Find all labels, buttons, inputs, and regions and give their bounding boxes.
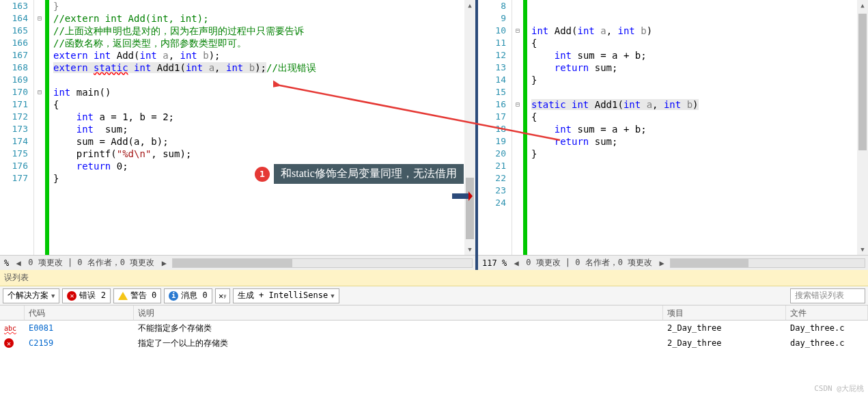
left-hscroll[interactable]: [172, 258, 473, 268]
scroll-thumb[interactable]: [466, 178, 474, 239]
left-editor-pane: 1631641651661671681691701711721731741751…: [0, 0, 478, 270]
right-hscroll[interactable]: [670, 258, 865, 268]
hscroll-thumb[interactable]: [173, 259, 292, 267]
dropdown-label: 生成 + IntelliSense: [238, 290, 328, 301]
warnings-filter-button[interactable]: 警告 0: [113, 288, 161, 303]
col-project[interactable]: 项目: [663, 305, 786, 320]
error-list-toolbar: 个解决方案 ▼ ✕ 错误 2 警告 0 i 消息 0 ✕y 生成 + Intel…: [0, 286, 868, 305]
warning-icon: [118, 292, 128, 300]
col-icon[interactable]: [0, 305, 25, 320]
right-line-gutter: 89101112131415161718192021222324: [478, 0, 512, 255]
annotation-badge: 1: [255, 167, 270, 182]
error-row[interactable]: abcE0081不能指定多个存储类2_Day_threeDay_three.c: [0, 321, 868, 336]
left-vscroll[interactable]: ▲ ▼: [464, 0, 475, 255]
chevron-down-icon: ▼: [51, 292, 55, 299]
annotation-text: 和static修饰全局变量同理，无法借用: [274, 164, 464, 184]
nav-right-icon[interactable]: ▶: [158, 258, 169, 268]
warnings-count: 警告 0: [130, 290, 156, 301]
error-grid-header: 代码 说明 项目 文件: [0, 305, 868, 321]
scroll-down-icon[interactable]: ▼: [857, 244, 868, 255]
error-icon: ✕: [67, 291, 76, 301]
messages-count: 消息 0: [181, 290, 207, 301]
left-status-bar: % ◀ 0 项更改 | 0 名作者，0 项更改 ▶: [0, 255, 475, 270]
dropdown-label: 个解决方案: [8, 290, 48, 301]
annotation-overlay: 1 和static修饰全局变量同理，无法借用: [255, 164, 464, 184]
changes-text: 0 项更改 | 0 名作者，0 项更改: [24, 257, 158, 269]
scroll-up-icon[interactable]: ▲: [857, 0, 868, 11]
zoom-level[interactable]: %: [0, 258, 13, 268]
info-icon: i: [169, 291, 178, 301]
right-code-content[interactable]: int Add(int a, int b){ int sum = a + b; …: [527, 0, 868, 255]
nav-left-icon[interactable]: ◀: [511, 258, 522, 268]
nav-left-icon[interactable]: ◀: [13, 258, 24, 268]
clear-filter-button[interactable]: ✕y: [215, 288, 230, 303]
scroll-down-icon[interactable]: ▼: [464, 244, 475, 255]
build-intellisense-dropdown[interactable]: 生成 + IntelliSense ▼: [233, 288, 339, 303]
messages-filter-button[interactable]: i 消息 0: [164, 288, 212, 303]
splitter-handle[interactable]: [452, 193, 468, 199]
error-rows-container: abcE0081不能指定多个存储类2_Day_threeDay_three.c✕…: [0, 321, 868, 351]
right-code-area[interactable]: 89101112131415161718192021222324 ⊟⊟ int …: [478, 0, 868, 255]
chevron-down-icon: ▼: [331, 292, 334, 299]
error-row[interactable]: ✕C2159指定了一个以上的存储类2_Day_threeday_three.c: [0, 336, 868, 351]
changes-text: 0 项更改 | 0 名作者，0 项更改: [522, 257, 656, 269]
col-description[interactable]: 说明: [134, 305, 663, 320]
left-line-gutter: 1631641651661671681691701711721731741751…: [0, 0, 34, 255]
errors-count: 错误 2: [79, 290, 105, 301]
scroll-up-icon[interactable]: ▲: [464, 0, 475, 11]
left-fold-gutter[interactable]: ⊟⊟: [34, 0, 45, 255]
right-vscroll[interactable]: ▲ ▼: [857, 0, 868, 255]
left-code-area[interactable]: 1631641651661671681691701711721731741751…: [0, 0, 475, 255]
right-status-bar: 117 % ◀ 0 项更改 | 0 名作者，0 项更改 ▶: [478, 255, 868, 270]
error-list-panel: 误列表 个解决方案 ▼ ✕ 错误 2 警告 0 i 消息 0 ✕y 生成 + I…: [0, 270, 868, 351]
zoom-level[interactable]: 117 %: [478, 258, 511, 268]
right-editor-pane: 89101112131415161718192021222324 ⊟⊟ int …: [478, 0, 868, 270]
solution-filter-dropdown[interactable]: 个解决方案 ▼: [3, 288, 59, 303]
hscroll-thumb[interactable]: [671, 259, 748, 267]
split-editor: 1631641651661671681691701711721731741751…: [0, 0, 868, 270]
left-code-content[interactable]: }//extern int Add(int, int);//上面这种申明也是对的…: [49, 0, 475, 255]
col-code[interactable]: 代码: [25, 305, 134, 320]
watermark: CSDN @大屁桃: [814, 383, 864, 394]
nav-right-icon[interactable]: ▶: [656, 258, 667, 268]
right-fold-gutter[interactable]: ⊟⊟: [512, 0, 523, 255]
error-list-header: 误列表: [0, 270, 868, 286]
errors-filter-button[interactable]: ✕ 错误 2: [62, 288, 110, 303]
scroll-thumb[interactable]: [858, 14, 867, 150]
col-file[interactable]: 文件: [786, 305, 868, 320]
search-error-list-input[interactable]: 搜索错误列表: [790, 288, 865, 303]
